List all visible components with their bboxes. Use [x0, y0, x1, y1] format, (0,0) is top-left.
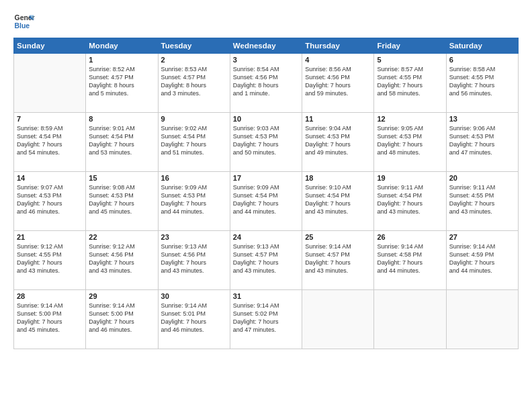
day-cell-7: 7Sunrise: 8:59 AMSunset: 4:54 PMDaylight… [14, 113, 86, 172]
day-cell-9: 9Sunrise: 9:02 AMSunset: 4:54 PMDaylight… [158, 113, 230, 172]
day-number: 20 [449, 174, 515, 182]
day-cell-6: 6Sunrise: 8:58 AMSunset: 4:55 PMDaylight… [446, 54, 518, 113]
calendar-body: 1Sunrise: 8:52 AMSunset: 4:57 PMDaylight… [14, 54, 519, 349]
col-header-friday: Friday [374, 38, 446, 54]
day-number: 5 [377, 56, 443, 64]
empty-cell [446, 290, 518, 349]
day-number: 29 [89, 292, 154, 300]
calendar-week-3: 14Sunrise: 9:07 AMSunset: 4:53 PMDayligh… [14, 172, 519, 231]
empty-cell [374, 290, 446, 349]
day-cell-8: 8Sunrise: 9:01 AMSunset: 4:54 PMDaylight… [86, 113, 158, 172]
day-number: 26 [377, 233, 443, 241]
day-number: 14 [17, 174, 83, 182]
day-number: 31 [233, 292, 299, 300]
day-info: Sunrise: 9:11 AMSunset: 4:54 PMDaylight:… [377, 183, 443, 216]
day-info: Sunrise: 9:14 AMSunset: 4:57 PMDaylight:… [305, 242, 371, 275]
day-number: 21 [17, 233, 83, 241]
day-cell-16: 16Sunrise: 9:09 AMSunset: 4:53 PMDayligh… [158, 172, 230, 231]
day-number: 23 [161, 233, 227, 241]
day-info: Sunrise: 9:08 AMSunset: 4:53 PMDaylight:… [89, 183, 154, 216]
day-cell-12: 12Sunrise: 9:05 AMSunset: 4:53 PMDayligh… [374, 113, 446, 172]
day-info: Sunrise: 9:11 AMSunset: 4:55 PMDaylight:… [449, 183, 515, 216]
day-cell-1: 1Sunrise: 8:52 AMSunset: 4:57 PMDaylight… [86, 54, 158, 113]
empty-cell [14, 54, 86, 113]
day-number: 27 [449, 233, 515, 241]
day-info: Sunrise: 9:14 AMSunset: 5:00 PMDaylight:… [89, 302, 154, 334]
svg-text:Blue: Blue [15, 22, 30, 30]
day-info: Sunrise: 9:05 AMSunset: 4:53 PMDaylight:… [377, 124, 443, 157]
col-header-tuesday: Tuesday [158, 38, 230, 54]
day-number: 6 [449, 56, 515, 64]
col-header-thursday: Thursday [302, 38, 374, 54]
day-cell-19: 19Sunrise: 9:11 AMSunset: 4:54 PMDayligh… [374, 172, 446, 231]
logo-icon: General Blue [13, 11, 35, 32]
day-info: Sunrise: 9:06 AMSunset: 4:53 PMDaylight:… [449, 124, 515, 157]
day-number: 28 [17, 292, 83, 300]
day-cell-29: 29Sunrise: 9:14 AMSunset: 5:00 PMDayligh… [86, 290, 158, 349]
day-number: 11 [305, 115, 371, 123]
calendar-week-5: 28Sunrise: 9:14 AMSunset: 5:00 PMDayligh… [14, 290, 519, 349]
day-cell-24: 24Sunrise: 9:13 AMSunset: 4:57 PMDayligh… [230, 231, 302, 290]
calendar-week-4: 21Sunrise: 9:12 AMSunset: 4:55 PMDayligh… [14, 231, 519, 290]
day-number: 30 [161, 292, 227, 300]
day-number: 2 [161, 56, 227, 64]
day-cell-14: 14Sunrise: 9:07 AMSunset: 4:53 PMDayligh… [14, 172, 86, 231]
day-number: 18 [305, 174, 371, 182]
day-info: Sunrise: 8:57 AMSunset: 4:55 PMDaylight:… [377, 65, 443, 98]
day-number: 15 [89, 174, 154, 182]
day-info: Sunrise: 9:09 AMSunset: 4:54 PMDaylight:… [233, 183, 299, 216]
day-info: Sunrise: 9:10 AMSunset: 4:54 PMDaylight:… [305, 183, 371, 216]
day-cell-23: 23Sunrise: 9:13 AMSunset: 4:56 PMDayligh… [158, 231, 230, 290]
day-info: Sunrise: 9:14 AMSunset: 4:58 PMDaylight:… [377, 242, 443, 275]
day-info: Sunrise: 9:04 AMSunset: 4:53 PMDaylight:… [305, 124, 371, 157]
day-info: Sunrise: 8:52 AMSunset: 4:57 PMDaylight:… [89, 65, 154, 98]
day-cell-13: 13Sunrise: 9:06 AMSunset: 4:53 PMDayligh… [446, 113, 518, 172]
day-number: 19 [377, 174, 443, 182]
empty-cell [302, 290, 374, 349]
day-number: 8 [89, 115, 154, 123]
day-cell-11: 11Sunrise: 9:04 AMSunset: 4:53 PMDayligh… [302, 113, 374, 172]
day-info: Sunrise: 9:12 AMSunset: 4:55 PMDaylight:… [17, 242, 83, 275]
day-number: 10 [233, 115, 299, 123]
day-cell-3: 3Sunrise: 8:54 AMSunset: 4:56 PMDaylight… [230, 54, 302, 113]
day-info: Sunrise: 9:02 AMSunset: 4:54 PMDaylight:… [161, 124, 227, 157]
day-info: Sunrise: 9:12 AMSunset: 4:56 PMDaylight:… [89, 242, 154, 275]
day-number: 7 [17, 115, 83, 123]
day-cell-28: 28Sunrise: 9:14 AMSunset: 5:00 PMDayligh… [14, 290, 86, 349]
day-cell-10: 10Sunrise: 9:03 AMSunset: 4:53 PMDayligh… [230, 113, 302, 172]
day-cell-18: 18Sunrise: 9:10 AMSunset: 4:54 PMDayligh… [302, 172, 374, 231]
day-cell-15: 15Sunrise: 9:08 AMSunset: 4:53 PMDayligh… [86, 172, 158, 231]
day-info: Sunrise: 9:01 AMSunset: 4:54 PMDaylight:… [89, 124, 154, 157]
day-cell-25: 25Sunrise: 9:14 AMSunset: 4:57 PMDayligh… [302, 231, 374, 290]
day-info: Sunrise: 8:56 AMSunset: 4:56 PMDaylight:… [305, 65, 371, 98]
calendar-header-row: SundayMondayTuesdayWednesdayThursdayFrid… [14, 38, 519, 54]
logo: General Blue [13, 11, 35, 32]
day-info: Sunrise: 9:09 AMSunset: 4:53 PMDaylight:… [161, 183, 227, 216]
day-cell-20: 20Sunrise: 9:11 AMSunset: 4:55 PMDayligh… [446, 172, 518, 231]
day-info: Sunrise: 8:53 AMSunset: 4:57 PMDaylight:… [161, 65, 227, 98]
day-info: Sunrise: 8:54 AMSunset: 4:56 PMDaylight:… [233, 65, 299, 98]
day-number: 9 [161, 115, 227, 123]
calendar-table: SundayMondayTuesdayWednesdayThursdayFrid… [13, 38, 519, 349]
header: General Blue [13, 11, 519, 32]
day-cell-30: 30Sunrise: 9:14 AMSunset: 5:01 PMDayligh… [158, 290, 230, 349]
day-number: 25 [305, 233, 371, 241]
day-number: 3 [233, 56, 299, 64]
day-info: Sunrise: 9:13 AMSunset: 4:57 PMDaylight:… [233, 242, 299, 275]
calendar-week-1: 1Sunrise: 8:52 AMSunset: 4:57 PMDaylight… [14, 54, 519, 113]
day-number: 1 [89, 56, 154, 64]
day-number: 12 [377, 115, 443, 123]
day-info: Sunrise: 9:03 AMSunset: 4:53 PMDaylight:… [233, 124, 299, 157]
day-number: 22 [89, 233, 154, 241]
day-info: Sunrise: 8:59 AMSunset: 4:54 PMDaylight:… [17, 124, 83, 157]
day-cell-4: 4Sunrise: 8:56 AMSunset: 4:56 PMDaylight… [302, 54, 374, 113]
day-info: Sunrise: 8:58 AMSunset: 4:55 PMDaylight:… [449, 65, 515, 98]
day-cell-2: 2Sunrise: 8:53 AMSunset: 4:57 PMDaylight… [158, 54, 230, 113]
day-cell-31: 31Sunrise: 9:14 AMSunset: 5:02 PMDayligh… [230, 290, 302, 349]
day-cell-17: 17Sunrise: 9:09 AMSunset: 4:54 PMDayligh… [230, 172, 302, 231]
day-cell-27: 27Sunrise: 9:14 AMSunset: 4:59 PMDayligh… [446, 231, 518, 290]
day-number: 13 [449, 115, 515, 123]
col-header-sunday: Sunday [14, 38, 86, 54]
day-info: Sunrise: 9:14 AMSunset: 5:00 PMDaylight:… [17, 302, 83, 334]
calendar-week-2: 7Sunrise: 8:59 AMSunset: 4:54 PMDaylight… [14, 113, 519, 172]
